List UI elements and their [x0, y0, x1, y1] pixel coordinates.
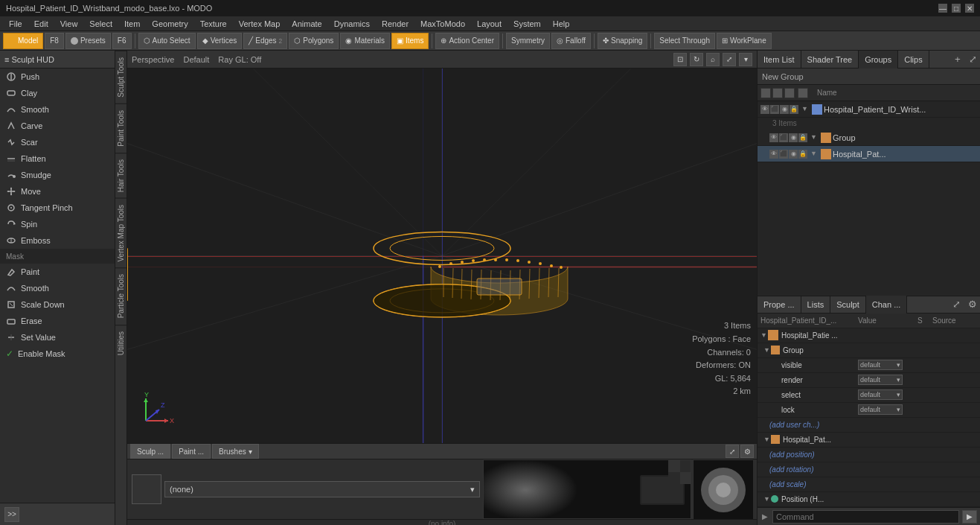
auto-select-button[interactable]: ⬡ Auto Select: [138, 33, 196, 49]
vp-zoom-button[interactable]: ⌕: [706, 53, 720, 66]
sculpt-tab[interactable]: Sculp ...: [130, 444, 170, 459]
tool-tangent-pinch[interactable]: Tangent Pinch: [0, 200, 115, 216]
command-input[interactable]: [772, 510, 959, 524]
vp-fit-button[interactable]: ⊡: [673, 53, 687, 66]
menu-vertex-map[interactable]: Vertex Map: [233, 16, 286, 31]
polygons-button[interactable]: ⬡ Polygons: [289, 33, 339, 49]
chan-expand-pos-icon[interactable]: ▼: [763, 495, 771, 503]
tab-add-button[interactable]: +: [950, 52, 965, 67]
expand-cmd-icon[interactable]: ▶: [760, 512, 769, 521]
tab-lists[interactable]: Lists: [801, 296, 831, 314]
viewport-3d[interactable]: 3 Items Polygons : Face Channels: 0 Defo…: [127, 69, 757, 443]
menu-maxtomodo[interactable]: MaxToModo: [414, 16, 471, 31]
brushes-tab[interactable]: Brushes ▾: [212, 444, 258, 459]
chan-expand-group-icon[interactable]: ▼: [763, 346, 771, 354]
sel-icon-g[interactable]: ◉: [789, 133, 798, 142]
tool-scar[interactable]: Scar: [0, 134, 115, 150]
chan-row-add-rot[interactable]: (add rotation): [758, 462, 980, 477]
tab-chan[interactable]: Chan ...: [866, 296, 908, 314]
chan-row-add-scale[interactable]: (add scale): [758, 477, 980, 492]
tool-mask-smooth[interactable]: Smooth: [0, 280, 115, 296]
workplane-button[interactable]: ⊞ WorkPlane: [717, 33, 772, 49]
f8-button[interactable]: F8: [45, 33, 64, 49]
chan-select-value[interactable]: default ▾: [858, 389, 917, 400]
side-tab-vertmap[interactable]: Vertex Map Tools: [115, 198, 126, 268]
snapping-button[interactable]: ✤ Snapping: [598, 33, 647, 49]
falloff-button[interactable]: ◎ Falloff: [551, 33, 591, 49]
render-dropdown[interactable]: default ▾: [858, 375, 903, 385]
tool-clay[interactable]: Clay: [0, 85, 115, 101]
menu-texture[interactable]: Texture: [194, 16, 233, 31]
edges-button[interactable]: ╱ Edges 2: [243, 33, 287, 49]
item-root[interactable]: 👁 ⬛ ◉ 🔒 ▼ Hospital_Patient_ID_Wrist...: [758, 101, 980, 118]
eye-icon-hp[interactable]: 👁: [769, 150, 778, 159]
expand-button[interactable]: >>: [4, 507, 19, 522]
preset-dropdown[interactable]: (none) ▾: [164, 481, 480, 497]
lock-icon[interactable]: 🔒: [790, 105, 798, 114]
item-hospital-pat[interactable]: 👁 ⬛ ◉ 🔒 ▼ Hospital_Pat...: [758, 146, 980, 162]
sel-icon-hp[interactable]: ◉: [789, 150, 798, 159]
presets-button[interactable]: Presets: [65, 33, 111, 49]
tool-set-value[interactable]: Set Value: [0, 329, 115, 346]
tab-groups[interactable]: Groups: [859, 51, 898, 69]
chan-visible-value[interactable]: default ▾: [858, 360, 917, 370]
lock-icon-g[interactable]: 🔒: [798, 133, 807, 142]
expand-root-icon[interactable]: ▼: [801, 105, 810, 114]
tab-props[interactable]: Prope ...: [758, 296, 801, 314]
expand-group-icon[interactable]: ▼: [810, 133, 819, 142]
bottom-settings-button[interactable]: ⚙: [740, 445, 754, 458]
menu-item[interactable]: Item: [118, 16, 146, 31]
tool-spin[interactable]: Spin: [0, 216, 115, 232]
tool-erase[interactable]: Erase: [0, 313, 115, 329]
render-icon-hp[interactable]: ⬛: [779, 150, 788, 159]
tab-item-list[interactable]: Item List: [758, 51, 801, 69]
bottom-expand-button[interactable]: ⤢: [726, 445, 739, 458]
tool-enable-mask[interactable]: ✓ Enable Mask: [0, 346, 115, 362]
chan-expand-hp2-icon[interactable]: ▼: [763, 436, 771, 443]
menu-help[interactable]: Help: [547, 16, 576, 31]
menu-dynamics[interactable]: Dynamics: [328, 16, 376, 31]
item-group[interactable]: 👁 ⬛ ◉ 🔒 ▼ Group: [758, 130, 980, 146]
materials-button[interactable]: ◉ Materials: [340, 33, 390, 49]
symmetry-button[interactable]: Symmetry: [506, 33, 550, 49]
chan-settings-button[interactable]: ⚙: [965, 297, 980, 312]
chan-row-add-pos[interactable]: (add position): [758, 448, 980, 462]
side-tab-utilities[interactable]: Utilities: [115, 325, 126, 361]
lock-icon-hp[interactable]: 🔒: [798, 150, 807, 159]
side-tab-paint[interactable]: Paint Tools: [115, 104, 126, 153]
maximize-button[interactable]: □: [952, 4, 961, 13]
chan-row-hospital-pat[interactable]: ▼ Hospital_Pat...: [758, 433, 980, 448]
vp-rotate-button[interactable]: ↻: [690, 53, 703, 66]
lock-dropdown[interactable]: default ▾: [858, 404, 903, 415]
menu-edit[interactable]: Edit: [28, 16, 54, 31]
tool-scale-down[interactable]: Scale Down: [0, 296, 115, 313]
mode-model-button[interactable]: Model: [3, 33, 43, 49]
tool-smudge[interactable]: Smudge: [0, 167, 115, 183]
eye-icon[interactable]: 👁: [760, 105, 769, 114]
select-through-button[interactable]: Select Through: [654, 33, 715, 49]
menu-geometry[interactable]: Geometry: [146, 16, 193, 31]
tab-expand-button[interactable]: ⤢: [965, 52, 980, 67]
side-tab-particle[interactable]: Particle Tools: [115, 267, 126, 324]
menu-animate[interactable]: Animate: [286, 16, 327, 31]
menu-render[interactable]: Render: [376, 16, 414, 31]
expand-hp-icon[interactable]: ▼: [810, 150, 819, 159]
select-dropdown[interactable]: default ▾: [858, 389, 903, 400]
tab-shader-tree[interactable]: Shader Tree: [801, 51, 859, 69]
paint-tab[interactable]: Paint ...: [172, 444, 211, 459]
menu-file[interactable]: File: [3, 16, 28, 31]
menu-system[interactable]: System: [507, 16, 547, 31]
side-tab-sculpt[interactable]: Sculpt Tools: [115, 51, 126, 104]
chan-expand-button[interactable]: ⤢: [949, 297, 964, 312]
chan-row-position-h[interactable]: ▼ Position (H...: [758, 492, 980, 507]
tab-clips[interactable]: Clips: [898, 51, 929, 69]
render-icon[interactable]: ⬛: [770, 105, 779, 114]
tool-mask-paint[interactable]: Paint: [0, 264, 115, 280]
chan-lock-value[interactable]: default ▾: [858, 404, 917, 415]
tool-push[interactable]: Push: [0, 69, 115, 85]
side-tab-hair[interactable]: Hair Tools: [115, 153, 126, 198]
items-button[interactable]: ▣ Items: [391, 33, 429, 49]
f6-button[interactable]: F6: [112, 33, 132, 49]
tool-smooth[interactable]: Smooth: [0, 101, 115, 118]
tool-emboss[interactable]: Emboss: [0, 232, 115, 249]
